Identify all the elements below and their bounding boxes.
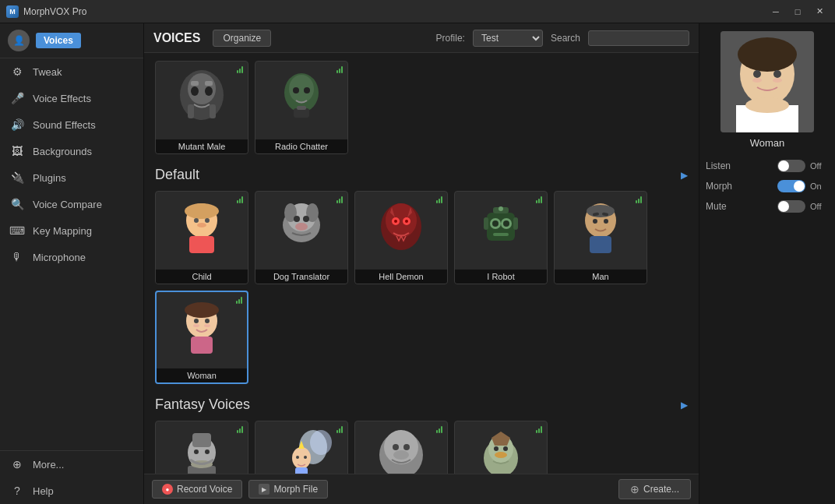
svg-point-48 bbox=[604, 219, 608, 224]
sidebar-item-help[interactable]: ? Help bbox=[0, 478, 143, 504]
voice-card-female-pixie[interactable]: Female Pixie bbox=[255, 421, 348, 474]
svg-point-73 bbox=[393, 450, 409, 460]
voice-card-i-robot[interactable]: I Robot bbox=[454, 191, 548, 284]
voice-card-giant[interactable]: Giant bbox=[354, 421, 448, 474]
svg-rect-38 bbox=[493, 233, 509, 236]
titlebar-left: M MorphVOX Pro bbox=[6, 5, 86, 18]
svg-rect-3 bbox=[205, 81, 213, 86]
sidebar-item-plugins[interactable]: 🔌 Plugins bbox=[0, 164, 143, 191]
svg-point-60 bbox=[205, 449, 210, 454]
voice-card-nasty-gnome[interactable]: Nasty Gnome bbox=[454, 421, 548, 474]
sidebar-item-voice-effects[interactable]: 🎤 Voice Effects bbox=[0, 85, 143, 111]
svg-rect-68 bbox=[295, 467, 308, 474]
voices-button[interactable]: Voices bbox=[36, 33, 81, 48]
voice-card-radio-chatter[interactable]: Radio Chatter bbox=[255, 61, 348, 154]
bottom-toolbar: ● Record Voice ▶ Morph File ⊕ Create... bbox=[144, 474, 699, 504]
svg-point-82 bbox=[753, 70, 761, 78]
man-label: Man bbox=[555, 270, 647, 284]
svg-rect-7 bbox=[210, 104, 216, 118]
svg-point-4 bbox=[191, 86, 199, 96]
minimize-button[interactable]: ─ bbox=[766, 4, 785, 19]
svg-rect-49 bbox=[590, 236, 611, 253]
app-icon: M bbox=[6, 5, 19, 18]
voices-scroll[interactable]: Mutant Male bbox=[144, 53, 699, 474]
svg-point-31 bbox=[394, 220, 397, 223]
sidebar-item-sound-effects[interactable]: 🔊 Sound Effects bbox=[0, 111, 143, 138]
mute-toggle-track[interactable] bbox=[777, 200, 805, 213]
svg-rect-2 bbox=[191, 81, 199, 86]
sidebar-label-plugins: Plugins bbox=[33, 172, 66, 184]
sidebar-label-microphone: Microphone bbox=[33, 252, 86, 263]
content-header: VOICES Organize Profile: Test Default Ga… bbox=[144, 23, 699, 53]
fantasy-collapse-btn[interactable]: ▶ bbox=[681, 400, 688, 411]
voice-card-hell-demon[interactable]: Hell Demon bbox=[354, 191, 448, 284]
sidebar-label-tweak: Tweak bbox=[33, 66, 62, 78]
default-collapse-btn[interactable]: ▶ bbox=[681, 170, 688, 181]
sidebar-label-sound-effects: Sound Effects bbox=[33, 119, 96, 131]
fantasy-voice-grid: Dwarf bbox=[155, 421, 688, 474]
microphone-icon: 🎙 bbox=[9, 251, 25, 263]
child-signal bbox=[237, 196, 243, 205]
svg-point-78 bbox=[495, 452, 507, 458]
listen-toggle[interactable]: Off bbox=[777, 160, 829, 172]
plugins-icon: 🔌 bbox=[9, 171, 25, 184]
voice-card-child[interactable]: Child bbox=[155, 191, 248, 284]
svg-point-37 bbox=[503, 220, 509, 227]
close-button[interactable]: ✕ bbox=[810, 4, 829, 19]
record-icon: ● bbox=[162, 484, 173, 495]
sidebar-item-tweak[interactable]: ⚙ Tweak bbox=[0, 58, 143, 85]
voice-card-man[interactable]: Man bbox=[554, 191, 647, 284]
voice-card-dog-translator[interactable]: Dog Translator bbox=[255, 191, 348, 284]
record-voice-button[interactable]: ● Record Voice bbox=[152, 480, 242, 499]
fantasy-section-title: Fantasy Voices bbox=[155, 397, 250, 413]
woman-label: Woman bbox=[157, 368, 247, 382]
nasty-gnome-signal bbox=[536, 425, 542, 435]
create-label: Create... bbox=[643, 484, 679, 495]
tweak-icon: ⚙ bbox=[9, 65, 25, 78]
restore-button[interactable]: □ bbox=[788, 4, 807, 19]
listen-toggle-track[interactable] bbox=[777, 160, 805, 172]
morph-file-button[interactable]: ▶ Morph File bbox=[248, 480, 328, 499]
svg-point-10 bbox=[293, 87, 299, 93]
create-icon: ⊕ bbox=[630, 483, 639, 495]
preview-name: Woman bbox=[750, 137, 785, 149]
mutant-male-signal bbox=[237, 65, 243, 75]
sidebar-item-voice-compare[interactable]: 🔍 Voice Compare bbox=[0, 191, 143, 217]
mute-toggle[interactable]: Off bbox=[777, 200, 829, 213]
profile-select[interactable]: Test Default Gaming Custom bbox=[473, 30, 543, 47]
app-title: MorphVOX Pro bbox=[23, 6, 86, 17]
morph-toggle[interactable]: On bbox=[777, 180, 829, 192]
svg-rect-58 bbox=[192, 433, 211, 447]
sidebar-item-key-mapping[interactable]: ⌨ Key Mapping bbox=[0, 217, 143, 244]
organize-button[interactable]: Organize bbox=[213, 30, 271, 47]
voice-card-mutant-male[interactable]: Mutant Male bbox=[155, 61, 248, 154]
sidebar-top: 👤 Voices bbox=[0, 23, 143, 58]
svg-point-84 bbox=[752, 78, 762, 83]
svg-point-66 bbox=[296, 456, 299, 459]
voice-card-woman[interactable]: Woman bbox=[155, 291, 248, 384]
mutant-male-label: Mutant Male bbox=[156, 139, 248, 153]
svg-point-67 bbox=[304, 456, 307, 459]
svg-point-83 bbox=[773, 70, 781, 78]
sidebar-item-backgrounds[interactable]: 🖼 Backgrounds bbox=[0, 138, 143, 164]
morph-toggle-track[interactable] bbox=[777, 180, 805, 192]
i-robot-signal bbox=[536, 196, 542, 205]
svg-point-59 bbox=[194, 449, 199, 454]
create-button[interactable]: ⊕ Create... bbox=[618, 479, 691, 499]
svg-point-52 bbox=[194, 319, 199, 323]
giant-image bbox=[355, 421, 447, 474]
voice-compare-icon: 🔍 bbox=[9, 198, 25, 210]
default-section-header: Default ▶ bbox=[155, 167, 688, 183]
voice-card-dwarf[interactable]: Dwarf bbox=[155, 421, 248, 474]
user-avatar-icon: 👤 bbox=[13, 35, 25, 46]
sidebar-item-more[interactable]: ⊕ More... bbox=[0, 451, 143, 478]
sidebar: 👤 Voices ⚙ Tweak 🎤 Voice Effects 🔊 Sound… bbox=[0, 23, 144, 504]
voice-effects-icon: 🎤 bbox=[9, 92, 25, 104]
svg-point-55 bbox=[204, 324, 210, 327]
svg-rect-19 bbox=[189, 236, 214, 253]
search-label: Search bbox=[551, 33, 580, 44]
sidebar-item-microphone[interactable]: 🎙 Microphone bbox=[0, 244, 143, 270]
listen-control-row: Listen Off bbox=[706, 160, 829, 172]
morph-control-row: Morph On bbox=[706, 180, 829, 192]
search-input[interactable] bbox=[588, 30, 689, 46]
